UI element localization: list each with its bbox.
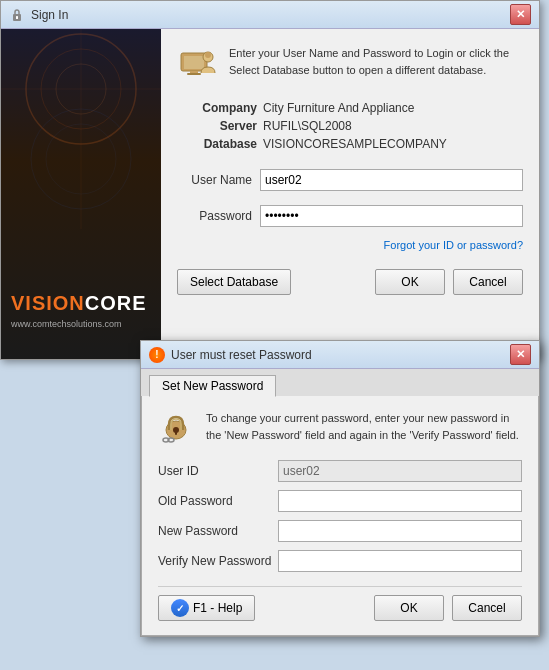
user-id-label: User ID: [158, 464, 278, 478]
verify-password-label: Verify New Password: [158, 554, 278, 568]
password-row: Password: [177, 205, 523, 227]
help-icon: ✓: [171, 599, 189, 617]
tab-bar: Set New Password: [141, 369, 539, 396]
cancel-button[interactable]: Cancel: [453, 269, 523, 295]
username-input[interactable]: [260, 169, 523, 191]
new-password-row: New Password: [158, 520, 522, 542]
lock-icon: [158, 410, 194, 446]
username-row: User Name: [177, 169, 523, 191]
user-id-input: [278, 460, 522, 482]
sign-in-title: Sign In: [31, 8, 68, 22]
reset-ok-button[interactable]: OK: [374, 595, 444, 621]
password-input[interactable]: [260, 205, 523, 227]
database-label: Database: [177, 137, 257, 151]
server-value: RUFIL\SQL2008: [263, 119, 523, 133]
svg-rect-1: [16, 16, 18, 19]
svg-rect-12: [187, 73, 201, 75]
server-label: Server: [177, 119, 257, 133]
svg-rect-17: [175, 431, 177, 435]
user-id-row: User ID: [158, 460, 522, 482]
forgot-link[interactable]: Forgot your ID or password?: [177, 239, 523, 251]
ok-button[interactable]: OK: [375, 269, 445, 295]
sign-in-titlebar: Sign In ✕: [1, 1, 539, 29]
sign-in-dialog: Sign In ✕ VISIONCORE www.comtechsolution…: [0, 0, 540, 360]
sign-in-main: Enter your User Name and Password to Log…: [161, 29, 539, 359]
reset-password-dialog: ! User must reset Password ✕ Set New Pas…: [140, 340, 540, 637]
database-value: VISIONCORESAMPLECOMPANY: [263, 137, 523, 151]
reset-title-icon: !: [149, 347, 165, 363]
company-info: Company City Furniture And Appliance Ser…: [177, 101, 523, 151]
sidebar-url: www.comtechsolutions.com: [11, 319, 151, 329]
logo-text: VISIONCORE: [11, 292, 151, 315]
reset-titlebar: ! User must reset Password ✕: [141, 341, 539, 369]
company-label: Company: [177, 101, 257, 115]
sidebar-decoration: [1, 29, 161, 229]
old-password-row: Old Password: [158, 490, 522, 512]
sign-in-body: VISIONCORE www.comtechsolutions.com Ente…: [1, 29, 539, 359]
sidebar-logo: VISIONCORE www.comtechsolutions.com: [11, 292, 151, 329]
reset-title: User must reset Password: [171, 348, 312, 362]
reset-body: To change your current password, enter y…: [141, 396, 539, 636]
username-label: User Name: [177, 173, 252, 187]
verify-password-input[interactable]: [278, 550, 522, 572]
info-icon: [177, 45, 217, 85]
reset-buttons: ✓ F1 - Help OK Cancel: [158, 586, 522, 621]
signin-title-icon: [9, 7, 25, 23]
new-password-label: New Password: [158, 524, 278, 538]
reset-info: To change your current password, enter y…: [158, 410, 522, 446]
sign-in-close-button[interactable]: ✕: [510, 4, 531, 25]
reset-cancel-button[interactable]: Cancel: [452, 595, 522, 621]
company-value: City Furniture And Appliance: [263, 101, 523, 115]
svg-point-14: [205, 52, 211, 58]
new-password-input[interactable]: [278, 520, 522, 542]
reset-close-button[interactable]: ✕: [510, 344, 531, 365]
password-label: Password: [177, 209, 252, 223]
reset-info-text: To change your current password, enter y…: [206, 410, 522, 446]
sign-in-buttons: Select Database OK Cancel: [177, 269, 523, 295]
tab-set-new-password[interactable]: Set New Password: [149, 375, 276, 397]
info-text: Enter your User Name and Password to Log…: [229, 45, 523, 78]
select-database-button[interactable]: Select Database: [177, 269, 291, 295]
sign-in-sidebar: VISIONCORE www.comtechsolutions.com: [1, 29, 161, 359]
old-password-input[interactable]: [278, 490, 522, 512]
info-section: Enter your User Name and Password to Log…: [177, 45, 523, 85]
old-password-label: Old Password: [158, 494, 278, 508]
svg-rect-10: [184, 56, 204, 69]
verify-password-row: Verify New Password: [158, 550, 522, 572]
help-button[interactable]: ✓ F1 - Help: [158, 595, 255, 621]
